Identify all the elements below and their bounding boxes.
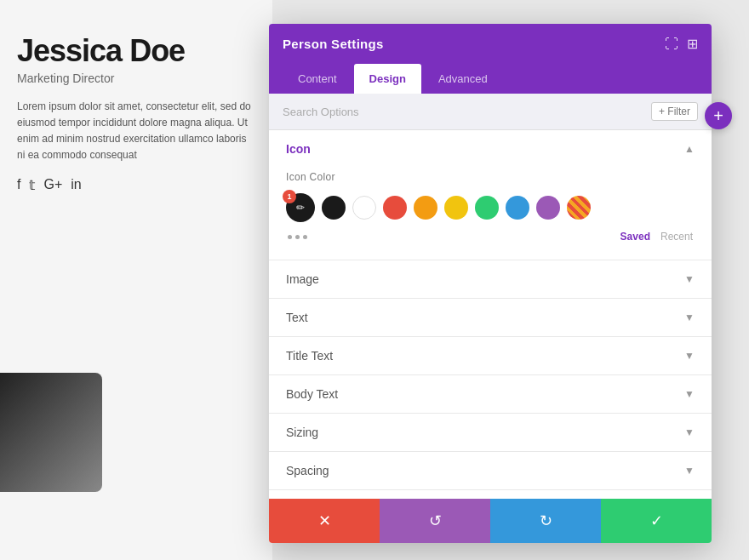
- chevron-down-icon-image: ▼: [684, 273, 695, 285]
- dot-3: [303, 235, 307, 239]
- chevron-up-icon: ▲: [684, 143, 695, 155]
- section-text-title: Text: [286, 311, 308, 324]
- save-button[interactable]: ✓: [601, 499, 712, 543]
- section-image: Image ▼: [269, 260, 712, 299]
- save-icon: ✓: [650, 511, 663, 530]
- section-title-text-header[interactable]: Title Text ▼: [269, 337, 712, 374]
- section-spacing: Spacing ▼: [269, 452, 712, 490]
- swatch-green[interactable]: [475, 196, 499, 220]
- section-body-text-header[interactable]: Body Text ▼: [269, 375, 712, 413]
- recent-tab[interactable]: Recent: [660, 231, 693, 243]
- section-icon: Icon ▲ Icon Color 1 ✏: [269, 130, 712, 260]
- columns-icon[interactable]: ⊞: [687, 36, 698, 52]
- section-spacing-header[interactable]: Spacing ▼: [269, 452, 712, 489]
- swatch-red[interactable]: [383, 196, 407, 220]
- header-icons: ⛶ ⊞: [665, 36, 698, 52]
- color-row-secondary: Saved Recent: [286, 231, 695, 243]
- section-icon-title: Icon: [286, 142, 311, 156]
- redo-button[interactable]: ↻: [490, 499, 601, 543]
- icon-section-content: Icon Color 1 ✏: [269, 168, 712, 260]
- section-spacing-title: Spacing: [286, 464, 329, 477]
- icon-color-label: Icon Color: [286, 171, 695, 183]
- fullscreen-icon[interactable]: ⛶: [665, 37, 678, 52]
- chevron-down-icon-spacing: ▼: [684, 465, 695, 477]
- more-colors-button[interactable]: [288, 235, 307, 239]
- cancel-button[interactable]: ✕: [269, 499, 380, 543]
- chevron-down-icon-text: ▼: [684, 311, 695, 323]
- tab-design[interactable]: Design: [354, 64, 421, 94]
- color-swatches: 1 ✏: [286, 193, 695, 222]
- chevron-down-icon-sizing: ▼: [684, 426, 695, 438]
- section-text: Text ▼: [269, 299, 712, 337]
- tab-content[interactable]: Content: [283, 64, 352, 94]
- swatch-blue[interactable]: [506, 196, 529, 220]
- person-name: Jessica Doe: [17, 34, 255, 68]
- panel-title: Person Settings: [283, 37, 384, 51]
- background-panel: Jessica Doe Marketing Director Lorem ips…: [0, 0, 272, 560]
- bg-content: Jessica Doe Marketing Director Lorem ips…: [0, 0, 272, 210]
- swatch-orange[interactable]: [414, 196, 437, 220]
- undo-button[interactable]: ↺: [380, 499, 490, 543]
- social-linkedin[interactable]: in: [71, 177, 81, 193]
- swatch-black[interactable]: [322, 196, 346, 220]
- search-bar: Search Options + Filter: [269, 94, 712, 130]
- dot-2: [295, 235, 300, 239]
- section-sizing-header[interactable]: Sizing ▼: [269, 414, 712, 451]
- cancel-icon: ✕: [318, 511, 331, 530]
- swatch-yellow[interactable]: [444, 196, 468, 220]
- person-image: [0, 373, 102, 492]
- search-placeholder[interactable]: Search Options: [283, 106, 359, 118]
- section-sizing: Sizing ▼: [269, 414, 712, 452]
- person-job-title: Marketing Director: [17, 71, 255, 85]
- panel-footer: ✕ ↺ ↻ ✓: [269, 499, 712, 543]
- tab-advanced[interactable]: Advanced: [423, 64, 503, 94]
- redo-icon: ↻: [540, 511, 552, 530]
- section-body-text: Body Text ▼: [269, 375, 712, 414]
- section-image-header[interactable]: Image ▼: [269, 260, 712, 298]
- social-gplus[interactable]: G+: [43, 177, 62, 193]
- panel-header: Person Settings ⛶ ⊞: [269, 24, 712, 64]
- social-facebook[interactable]: f: [17, 177, 20, 193]
- selected-color-swatch[interactable]: 1 ✏: [286, 193, 315, 222]
- section-sizing-title: Sizing: [286, 426, 318, 439]
- swatch-custom[interactable]: [567, 196, 591, 220]
- chevron-down-icon-title-text: ▼: [684, 350, 695, 362]
- undo-icon: ↺: [429, 511, 442, 530]
- social-twitter[interactable]: 𝕥: [29, 177, 35, 193]
- swatch-purple[interactable]: [536, 196, 560, 220]
- edit-icon: ✏: [296, 202, 305, 214]
- saved-recent-tabs: Saved Recent: [620, 231, 693, 243]
- filter-button[interactable]: + Filter: [651, 102, 698, 121]
- section-body-text-title: Body Text: [286, 387, 338, 401]
- add-button[interactable]: +: [705, 102, 732, 129]
- saved-tab[interactable]: Saved: [620, 231, 650, 243]
- person-bio: Lorem ipsum dolor sit amet, consectetur …: [17, 99, 255, 164]
- social-links: f 𝕥 G+ in: [17, 177, 255, 193]
- chevron-down-icon-body-text: ▼: [684, 388, 695, 400]
- settings-panel: Person Settings ⛶ ⊞ Content Design Advan…: [269, 24, 712, 543]
- section-icon-header[interactable]: Icon ▲: [269, 130, 712, 168]
- panel-tabs: Content Design Advanced: [269, 64, 712, 94]
- section-image-title: Image: [286, 272, 319, 286]
- section-title-text: Title Text ▼: [269, 337, 712, 375]
- dot-1: [288, 235, 292, 239]
- panel-body: Icon ▲ Icon Color 1 ✏: [269, 130, 712, 499]
- section-title-text-title: Title Text: [286, 349, 333, 363]
- swatch-badge: 1: [283, 190, 296, 203]
- swatch-white[interactable]: [352, 196, 376, 220]
- section-text-header[interactable]: Text ▼: [269, 299, 712, 336]
